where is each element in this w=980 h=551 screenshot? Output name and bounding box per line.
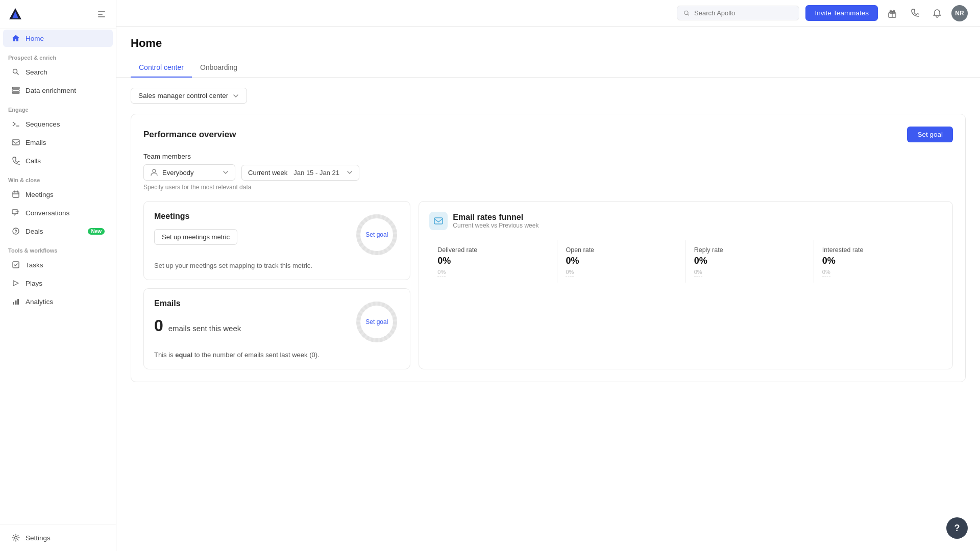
sidebar-item-emails-label: Emails xyxy=(26,139,46,146)
funnel-metric-open: Open rate 0% 0% xyxy=(557,240,685,283)
sidebar-item-data-enrichment-label: Data enrichment xyxy=(26,87,76,94)
sidebar-item-emails[interactable]: Emails xyxy=(3,134,113,151)
svg-rect-15 xyxy=(15,300,17,305)
meetings-set-goal-label[interactable]: Set goal xyxy=(365,231,388,238)
sidebar-item-meetings[interactable]: Meetings xyxy=(3,186,113,203)
conversations-icon xyxy=(11,208,20,217)
analytics-icon xyxy=(11,297,20,306)
svg-rect-3 xyxy=(98,14,103,15)
funnel-title: Email rates funnel xyxy=(453,213,538,222)
sidebar-item-home[interactable]: Home xyxy=(3,30,113,47)
filter-row: Everybody Current week Jan 15 - Jan 21 xyxy=(143,164,953,181)
sidebar-item-data-enrichment[interactable]: Data enrichment xyxy=(3,82,113,99)
delivered-rate-value: 0% xyxy=(437,256,549,266)
interested-rate-value: 0% xyxy=(822,256,934,266)
emails-circle-chart: Set goal xyxy=(354,299,400,345)
search-bar[interactable] xyxy=(677,6,799,20)
dropdown-chevron-icon xyxy=(223,169,229,176)
date-range: Jan 15 - Jan 21 xyxy=(293,169,339,177)
sidebar-item-sequences[interactable]: Sequences xyxy=(3,115,113,133)
sidebar-item-conversations-label: Conversations xyxy=(26,209,69,217)
svg-rect-6 xyxy=(12,87,19,89)
sidebar-bottom: Settings xyxy=(0,524,116,551)
sidebar-item-calls[interactable]: Calls xyxy=(3,152,113,169)
invite-teammates-button[interactable]: Invite Teammates xyxy=(805,5,878,21)
help-button[interactable]: ? xyxy=(946,517,968,539)
main-area: Invite Teammates NR Home Control center … xyxy=(116,0,980,551)
svg-rect-9 xyxy=(12,140,19,145)
section-label-engage: Engage xyxy=(0,99,116,115)
deals-badge: New xyxy=(88,228,105,235)
person-icon xyxy=(150,168,158,177)
sidebar-item-tasks-label: Tasks xyxy=(26,261,43,269)
sidebar-item-analytics-label: Analytics xyxy=(26,298,53,306)
current-week-label: Current week xyxy=(248,169,287,177)
set-goal-button[interactable]: Set goal xyxy=(907,127,953,142)
tab-control-center[interactable]: Control center xyxy=(131,58,192,78)
everybody-label: Everybody xyxy=(162,169,193,177)
svg-point-21 xyxy=(153,169,156,172)
email-funnel-icon-box xyxy=(429,212,448,230)
section-label-prospect: Prospect & enrich xyxy=(0,47,116,63)
tab-onboarding[interactable]: Onboarding xyxy=(192,58,246,78)
svg-rect-8 xyxy=(12,92,19,93)
funnel-email-icon xyxy=(433,216,444,226)
sidebar-item-tasks[interactable]: Tasks xyxy=(3,256,113,273)
search-icon xyxy=(11,67,20,77)
funnel-header: Email rates funnel Current week vs Previ… xyxy=(429,212,942,230)
setup-meetings-button[interactable]: Set up meetings metric xyxy=(154,229,237,245)
emails-comparison: This is equal to the number of emails se… xyxy=(154,351,400,359)
plays-icon xyxy=(11,279,20,288)
page-header: Home xyxy=(116,27,980,50)
sidebar-item-settings-label: Settings xyxy=(26,534,51,542)
tasks-icon xyxy=(11,260,20,269)
sidebar-item-search-label: Search xyxy=(26,68,47,76)
sidebar: Home Prospect & enrich Search Data enric… xyxy=(0,0,116,551)
phone-icon[interactable] xyxy=(906,5,923,21)
avatar[interactable]: NR xyxy=(951,5,968,21)
gift-icon[interactable] xyxy=(884,5,900,21)
team-members-dropdown[interactable]: Everybody xyxy=(143,164,235,181)
sidebar-item-meetings-label: Meetings xyxy=(26,191,54,198)
performance-overview-section: Performance overview Set goal Team membe… xyxy=(131,114,966,382)
deals-icon xyxy=(11,227,20,236)
left-cards-column: Meetings Set up meetings metric S xyxy=(143,201,410,369)
svg-rect-13 xyxy=(13,262,19,268)
svg-rect-10 xyxy=(13,192,19,197)
data-enrichment-icon xyxy=(11,86,20,95)
meetings-circle-chart: Set goal xyxy=(354,212,400,258)
reply-rate-label: Reply rate xyxy=(694,246,805,254)
emails-count-label: emails sent this week xyxy=(168,324,241,333)
svg-rect-7 xyxy=(12,90,19,91)
home-icon xyxy=(11,34,20,43)
perf-title: Performance overview xyxy=(143,130,236,140)
delivered-rate-label: Delivered rate xyxy=(437,246,549,254)
emails-set-goal-label[interactable]: Set goal xyxy=(365,318,388,325)
svg-point-5 xyxy=(13,69,17,73)
sidebar-item-search[interactable]: Search xyxy=(3,63,113,81)
content: Home Control center Onboarding Sales man… xyxy=(116,27,980,551)
sidebar-item-analytics[interactable]: Analytics xyxy=(3,293,113,310)
topbar-search-icon xyxy=(683,10,690,17)
logo[interactable] xyxy=(8,7,22,21)
svg-rect-16 xyxy=(17,299,19,305)
view-selector-label: Sales manager control center xyxy=(138,92,228,99)
specify-text: Specify users for the most relevant data xyxy=(143,184,953,191)
sidebar-toggle-icon[interactable] xyxy=(95,8,108,20)
search-input[interactable] xyxy=(694,9,793,17)
view-selector-dropdown[interactable]: Sales manager control center xyxy=(131,88,247,104)
tabs-bar: Control center Onboarding xyxy=(116,58,980,78)
funnel-metric-reply: Reply rate 0% 0% xyxy=(686,240,814,283)
emails-card-title: Emails xyxy=(154,299,241,308)
cards-grid: Meetings Set up meetings metric S xyxy=(143,201,953,369)
sidebar-item-deals[interactable]: Deals New xyxy=(3,222,113,240)
meetings-icon xyxy=(11,190,20,199)
current-week-dropdown[interactable]: Current week Jan 15 - Jan 21 xyxy=(241,165,359,181)
perf-header: Performance overview Set goal xyxy=(143,127,953,142)
sidebar-item-conversations[interactable]: Conversations xyxy=(3,204,113,221)
bell-icon[interactable] xyxy=(929,5,945,21)
sequences-icon xyxy=(11,119,20,129)
sidebar-item-settings[interactable]: Settings xyxy=(3,529,113,546)
sidebar-item-plays[interactable]: Plays xyxy=(3,274,113,292)
meetings-card-description: Set up your meetings set mapping to trac… xyxy=(154,262,400,269)
